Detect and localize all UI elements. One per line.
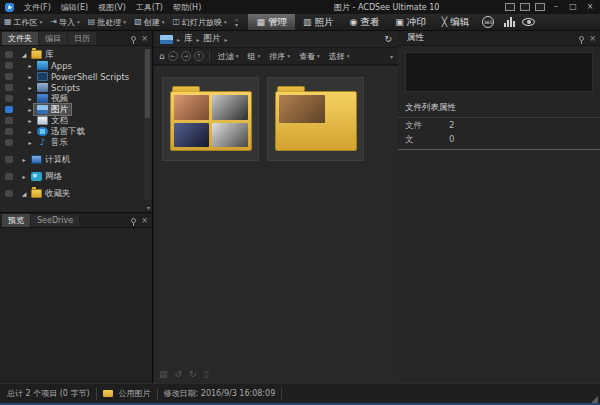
pin-icon[interactable] bbox=[131, 218, 136, 223]
redo-icon[interactable]: ↻ bbox=[189, 369, 197, 379]
tree-item-favorites[interactable]: ◢ 收藏夹 bbox=[0, 188, 152, 199]
scroll-down-icon[interactable]: ▾ bbox=[147, 204, 150, 211]
view-button[interactable]: 查看▾ bbox=[296, 51, 323, 62]
quick-marker-icon[interactable] bbox=[5, 84, 13, 91]
sort-button[interactable]: 排序▾ bbox=[266, 51, 293, 62]
close-icon[interactable]: × bbox=[141, 34, 148, 43]
maximize-button[interactable]: □ bbox=[567, 2, 579, 11]
expand-arrow-icon[interactable]: ▸ bbox=[26, 139, 34, 146]
create-button[interactable]: ▧ 创建 ▾ bbox=[130, 14, 168, 30]
tree-item-scripts[interactable]: ▸ Scripts bbox=[0, 82, 152, 93]
tab-catalog[interactable]: 编目 bbox=[39, 32, 67, 45]
365-badge-icon[interactable]: 365 bbox=[482, 16, 494, 28]
undo-icon[interactable]: ↺ bbox=[175, 369, 183, 379]
quick-marker-icon[interactable] bbox=[5, 95, 13, 102]
refresh-icon[interactable]: ↻ bbox=[384, 34, 392, 44]
expand-arrow-icon[interactable]: ▸ bbox=[26, 84, 34, 91]
breadcrumb-item-library[interactable]: 库 bbox=[184, 33, 193, 45]
titlebar-extra-button-1[interactable] bbox=[505, 3, 515, 11]
tag-icon[interactable]: ▤ bbox=[159, 369, 168, 379]
picture-location-icon[interactable] bbox=[160, 35, 173, 44]
delete-icon[interactable]: ▯ bbox=[204, 369, 209, 379]
breadcrumb: ▸ 库 ▸ 图片 ▸ ↻ bbox=[154, 31, 398, 48]
tree-item-powershell-scripts[interactable]: ▸ PowerShell Scripts bbox=[0, 71, 152, 82]
menu-file[interactable]: 文件(F) bbox=[19, 2, 56, 13]
expand-arrow-icon[interactable]: ▸ bbox=[26, 106, 34, 113]
quickview-eye-icon[interactable] bbox=[522, 18, 535, 26]
tab-manage[interactable]: ▦ 管理 bbox=[248, 14, 295, 30]
folder-tile-1[interactable] bbox=[162, 77, 259, 161]
quick-marker-icon[interactable] bbox=[5, 62, 13, 69]
breadcrumb-item-pictures[interactable]: 图片 bbox=[204, 33, 221, 45]
menu-edit[interactable]: 编辑(E) bbox=[56, 2, 93, 13]
minimize-button[interactable]: – bbox=[550, 2, 562, 11]
titlebar-extra-button-3[interactable] bbox=[535, 3, 545, 11]
close-icon[interactable]: × bbox=[589, 34, 596, 43]
quick-marker-icon[interactable] bbox=[5, 106, 13, 113]
tree-item-network[interactable]: ▸ 网络 bbox=[0, 171, 152, 182]
workspace-button[interactable]: ▦ 工作区 ▾ bbox=[0, 14, 46, 30]
scrollbar-thumb[interactable] bbox=[145, 49, 150, 118]
tree-item-computer[interactable]: ▸ 计算机 bbox=[0, 154, 152, 165]
folder-tile-2[interactable] bbox=[267, 77, 364, 161]
expand-arrow-icon[interactable]: ▸ bbox=[26, 117, 34, 124]
close-icon[interactable]: × bbox=[141, 216, 148, 225]
slideshow-button[interactable]: ◫ 幻灯片放映 ▾ bbox=[168, 14, 230, 30]
toolbar-overflow-caret-icon[interactable]: ▾ bbox=[390, 53, 393, 60]
close-button[interactable]: × bbox=[584, 2, 596, 11]
tree-item-apps[interactable]: ▸ Apps bbox=[0, 60, 152, 71]
back-icon[interactable]: ← bbox=[168, 51, 178, 61]
tree-scrollbar[interactable] bbox=[144, 49, 151, 200]
quick-marker-icon[interactable] bbox=[5, 156, 13, 163]
batch-button[interactable]: ▤ 批处理 ▾ bbox=[84, 14, 130, 30]
dashboard-bars-icon[interactable] bbox=[504, 17, 515, 27]
tree-item-library[interactable]: ◢ 库 bbox=[0, 49, 152, 60]
app-logo-icon[interactable] bbox=[5, 3, 14, 12]
quick-marker-icon[interactable] bbox=[5, 173, 13, 180]
tab-photos[interactable]: ▥ 照片 bbox=[295, 14, 342, 30]
pin-icon[interactable] bbox=[579, 36, 584, 41]
expand-arrow-icon[interactable]: ▸ bbox=[26, 62, 34, 69]
tree-item-documents[interactable]: ▸ 文档 bbox=[0, 115, 152, 126]
menu-help[interactable]: 帮助(H) bbox=[168, 2, 206, 13]
expand-arrow-icon[interactable]: ▸ bbox=[20, 173, 28, 180]
select-button[interactable]: 选择▾ bbox=[326, 51, 353, 62]
import-button[interactable]: ⇥ 导入 ▾ bbox=[46, 14, 83, 30]
home-icon[interactable]: ⌂ bbox=[159, 52, 165, 61]
quick-marker-icon[interactable] bbox=[5, 139, 13, 146]
menu-tools[interactable]: 工具(T) bbox=[131, 2, 168, 13]
expand-arrow-icon[interactable]: ◢ bbox=[20, 51, 28, 58]
tab-calendar[interactable]: 日历 bbox=[68, 32, 96, 45]
tree-item-videos[interactable]: ▸ 视频 bbox=[0, 93, 152, 104]
quick-marker-icon[interactable] bbox=[5, 128, 13, 135]
tab-preview[interactable]: 预览 bbox=[2, 214, 30, 227]
forward-icon[interactable]: → bbox=[181, 51, 191, 61]
quick-marker-icon[interactable] bbox=[5, 190, 13, 197]
toolbar-overflow-button[interactable]: » ▾ bbox=[231, 17, 243, 27]
file-list[interactable]: ▤ ↺ ↻ ▯ bbox=[154, 66, 398, 383]
quick-marker-icon[interactable] bbox=[5, 51, 13, 58]
tab-edit[interactable]: ╳ 编辑 bbox=[434, 14, 477, 30]
up-icon[interactable]: ↑ bbox=[194, 51, 204, 61]
menu-view[interactable]: 视图(V) bbox=[93, 2, 131, 13]
resize-grip[interactable] bbox=[591, 396, 598, 403]
properties-empty-box[interactable] bbox=[405, 52, 593, 92]
tree-item-pictures[interactable]: ▸ 图片 bbox=[0, 104, 152, 115]
expand-arrow-icon[interactable]: ▸ bbox=[26, 95, 34, 102]
tab-seedrive[interactable]: SeeDrive bbox=[31, 215, 79, 226]
group-button[interactable]: 组▾ bbox=[244, 51, 263, 62]
quick-marker-icon[interactable] bbox=[5, 117, 13, 124]
tree-item-thunder-download[interactable]: ▸ 迅雷下载 bbox=[0, 126, 152, 137]
expand-arrow-icon[interactable]: ▸ bbox=[26, 128, 34, 135]
filter-button[interactable]: 过滤▾ bbox=[215, 51, 242, 62]
pin-icon[interactable] bbox=[131, 36, 136, 41]
tab-develop[interactable]: ▣ 冲印 bbox=[387, 14, 434, 30]
titlebar-extra-button-2[interactable] bbox=[520, 3, 530, 11]
expand-arrow-icon[interactable]: ▸ bbox=[20, 156, 28, 163]
expand-arrow-icon[interactable]: ▸ bbox=[26, 73, 34, 80]
tab-view[interactable]: ◉ 查看 bbox=[341, 14, 387, 30]
tab-folders[interactable]: 文件夹 bbox=[2, 32, 38, 45]
tree-item-music[interactable]: ▸ ♪音乐 bbox=[0, 137, 152, 148]
quick-marker-icon[interactable] bbox=[5, 73, 13, 80]
expand-arrow-icon[interactable]: ◢ bbox=[20, 190, 28, 197]
